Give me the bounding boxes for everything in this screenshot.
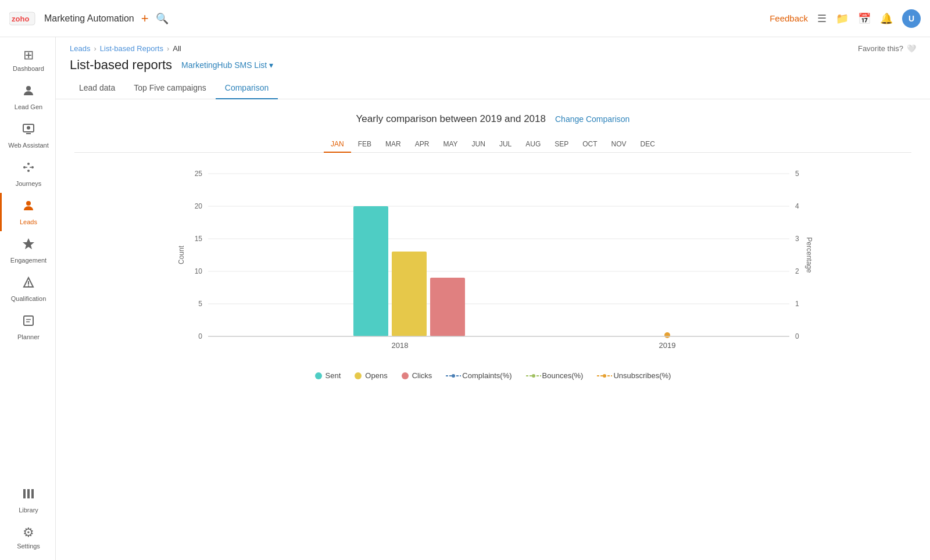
svg-text:5: 5	[795, 170, 799, 178]
chart-legend: Sent Opens Clicks	[74, 371, 911, 380]
topbar-actions: Feedback ☰ 📁 📅 🔔 U	[770, 9, 921, 28]
sidebar-label-qualification: Qualification	[11, 295, 46, 302]
legend-line-complaints	[446, 372, 461, 379]
breadcrumb-row: Leads › List-based Reports › All Favorit…	[56, 37, 930, 53]
add-button[interactable]: +	[141, 11, 149, 26]
svg-text:2019: 2019	[659, 341, 676, 350]
svg-point-6	[27, 163, 30, 165]
month-tab-jan[interactable]: JAN	[324, 137, 351, 153]
breadcrumb-sep-1: ›	[94, 44, 96, 53]
legend-bounces: Bounces(%)	[526, 371, 584, 380]
list-selector-text: MarketingHub SMS List	[181, 60, 267, 70]
sidebar-item-settings[interactable]: ⚙ Settings	[0, 519, 55, 555]
sidebar-item-leads[interactable]: Leads	[0, 193, 55, 231]
leads-icon	[22, 199, 35, 216]
bar-chart: 0 5 10 15 20 25 0 1 2 3 4 5	[74, 162, 911, 360]
breadcrumb-list-based-reports[interactable]: List-based Reports	[100, 44, 163, 53]
legend-opens: Opens	[355, 371, 387, 380]
svg-text:5: 5	[198, 300, 202, 308]
svg-text:0: 0	[198, 332, 202, 340]
sidebar-item-lead-gen[interactable]: Lead Gen	[0, 78, 55, 116]
sidebar-item-planner[interactable]: Planner	[0, 308, 55, 346]
legend-label-opens: Opens	[365, 371, 387, 380]
legend-label-unsubscribes: Unsubscribes(%)	[613, 371, 671, 380]
svg-rect-16	[24, 316, 33, 325]
month-tab-oct[interactable]: OCT	[575, 137, 604, 153]
sidebar-label-planner: Planner	[17, 333, 40, 340]
sidebar-label-dashboard: Dashboard	[13, 65, 44, 72]
legend-unsubscribes: Unsubscribes(%)	[597, 371, 671, 380]
month-tab-jul[interactable]: JUL	[492, 137, 518, 153]
feedback-button[interactable]: Feedback	[770, 13, 808, 23]
sidebar-item-web-assistant[interactable]: Web Assistant	[0, 116, 55, 155]
tab-top-five-campaigns[interactable]: Top Five campaigns	[124, 77, 216, 99]
svg-point-5	[23, 166, 26, 168]
sidebar-label-lead-gen: Lead Gen	[15, 103, 42, 110]
legend-dot-clicks	[402, 372, 409, 379]
bell-icon[interactable]: 🔔	[880, 12, 893, 25]
calendar-icon[interactable]: 📅	[858, 12, 871, 25]
search-icon[interactable]: 🔍	[156, 12, 169, 25]
settings-icon: ⚙	[23, 525, 34, 540]
content-area: Leads › List-based Reports › All Favorit…	[56, 37, 930, 560]
month-tab-may[interactable]: MAY	[436, 137, 464, 153]
avatar[interactable]: U	[902, 9, 921, 28]
sidebar-label-journeys: Journeys	[16, 180, 42, 187]
legend-clicks: Clicks	[402, 371, 432, 380]
svg-point-15	[28, 285, 29, 286]
breadcrumb-leads[interactable]: Leads	[70, 44, 90, 53]
qualification-icon	[22, 275, 35, 293]
bar-2018-opens	[392, 252, 427, 336]
svg-rect-21	[31, 489, 34, 498]
svg-point-4	[27, 126, 30, 130]
breadcrumb-all: All	[173, 44, 181, 53]
month-tab-mar[interactable]: MAR	[378, 137, 408, 153]
month-tab-feb[interactable]: FEB	[351, 137, 378, 153]
month-tab-sep[interactable]: SEP	[548, 137, 575, 153]
breadcrumb-sep-2: ›	[167, 44, 169, 53]
page-tabs: Lead data Top Five campaigns Comparison	[56, 77, 930, 99]
svg-point-46	[452, 374, 455, 378]
sidebar-item-engagement[interactable]: Engagement	[0, 231, 55, 270]
chart-wrapper: 0 5 10 15 20 25 0 1 2 3 4 5	[74, 162, 911, 362]
sidebar: ⊞ Dashboard Lead Gen Web Assistant Journ…	[0, 37, 56, 560]
month-tab-apr[interactable]: APR	[408, 137, 437, 153]
sidebar-item-qualification[interactable]: Qualification	[0, 270, 55, 308]
engagement-icon	[22, 237, 35, 254]
svg-text:10: 10	[195, 267, 203, 275]
svg-text:1: 1	[795, 300, 799, 308]
month-tab-jun[interactable]: JUN	[465, 137, 492, 153]
month-tab-dec[interactable]: DEC	[634, 137, 662, 153]
bar-2018-clicks	[430, 278, 465, 336]
list-selector[interactable]: MarketingHub SMS List ▾	[181, 60, 273, 70]
svg-text:2018: 2018	[392, 341, 409, 350]
svg-rect-20	[27, 489, 30, 498]
point-2019-unsubscribes	[664, 332, 670, 338]
journeys-icon	[22, 160, 35, 178]
sidebar-item-journeys[interactable]: Journeys	[0, 155, 55, 193]
tab-comparison[interactable]: Comparison	[216, 77, 278, 99]
favorite-icon[interactable]: 🤍	[907, 44, 916, 53]
layout: ⊞ Dashboard Lead Gen Web Assistant Journ…	[0, 37, 930, 560]
svg-text:2: 2	[795, 267, 799, 275]
legend-sent: Sent	[315, 371, 341, 380]
change-comparison-button[interactable]: Change Comparison	[555, 114, 629, 124]
month-tab-nov[interactable]: NOV	[604, 137, 634, 153]
legend-line-unsubscribes	[597, 372, 612, 379]
legend-dot-sent	[315, 372, 322, 379]
sidebar-item-dashboard[interactable]: ⊞ Dashboard	[0, 42, 55, 78]
legend-complaints: Complaints(%)	[446, 371, 512, 380]
svg-text:3: 3	[795, 235, 799, 243]
svg-text:25: 25	[195, 170, 203, 178]
tab-lead-data[interactable]: Lead data	[70, 77, 124, 99]
sidebar-item-library[interactable]: Library	[0, 481, 55, 519]
list-icon[interactable]: ☰	[817, 12, 827, 25]
svg-point-11	[26, 201, 31, 206]
svg-point-8	[27, 170, 30, 172]
month-tab-aug[interactable]: AUG	[518, 137, 548, 153]
sidebar-label-library: Library	[19, 507, 38, 514]
main-content: Leads › List-based Reports › All Favorit…	[56, 37, 930, 560]
svg-marker-12	[23, 238, 34, 249]
folder-icon[interactable]: 📁	[836, 12, 849, 25]
sidebar-label-leads: Leads	[20, 218, 37, 225]
